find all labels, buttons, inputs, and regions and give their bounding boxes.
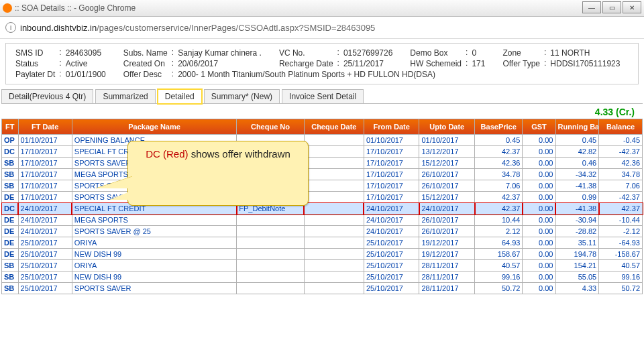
cell-pkg: NEW DISH 99 xyxy=(72,249,236,260)
cell-pkg: SPORTS SAVER xyxy=(72,283,236,294)
col-ft-date[interactable]: FT Date xyxy=(18,119,72,135)
tab-detailed[interactable]: Detailed xyxy=(158,89,202,104)
col-balance[interactable]: Balance xyxy=(599,119,643,135)
cell-base: 2.12 xyxy=(475,226,523,237)
cell-run: -30.94 xyxy=(555,215,599,226)
col-upto-date[interactable]: Upto Date xyxy=(419,119,475,135)
cell-base: 42.37 xyxy=(475,192,523,203)
cell-base: 34.78 xyxy=(475,169,523,180)
cell-base: 0.45 xyxy=(475,135,523,146)
col-package-name[interactable]: Package Name xyxy=(72,119,236,135)
tab-summary-new[interactable]: Summary* (New) xyxy=(204,89,280,104)
offer-desc-value: 2000- 1 Month Titanium/South Platinum Sp… xyxy=(175,69,623,80)
tab-summarized[interactable]: Summarized xyxy=(95,89,155,104)
info-icon[interactable]: i xyxy=(5,22,16,33)
demo-box-label: Demo Box xyxy=(407,48,464,58)
cell-pkg: MEGA SPORTS xyxy=(72,215,236,226)
sms-id-label: SMS ID xyxy=(13,48,58,58)
cell-gst: 0.00 xyxy=(523,180,555,192)
table-row[interactable]: SB25/10/2017ORIYA25/10/201728/11/201740.… xyxy=(2,260,643,272)
minimize-button[interactable]: — xyxy=(582,1,601,13)
table-row[interactable]: DE17/10/2017SPORTS SAVER @ 2517/10/20171… xyxy=(2,192,643,203)
close-button[interactable]: ✕ xyxy=(623,1,641,13)
offer-type-label: Offer Type xyxy=(500,58,543,69)
cell-bal: -42.37 xyxy=(599,192,643,203)
table-row[interactable]: DE25/10/2017ORIYA25/10/201719/12/201764.… xyxy=(2,237,643,249)
cell-bal: 42.36 xyxy=(599,158,643,169)
cell-upto: 19/12/2017 xyxy=(419,237,475,249)
cell-ft: OP xyxy=(2,135,19,146)
table-row[interactable]: SB17/10/2017SPORTS SAVER17/10/201715/12/… xyxy=(2,158,643,169)
cell-cdate xyxy=(304,283,364,294)
cell-run: 194.78 xyxy=(555,249,599,260)
cell-bal: 50.72 xyxy=(599,283,643,294)
table-row[interactable]: DC17/10/2017SPECIAL FT CREDIT17/10/20171… xyxy=(2,146,643,158)
cell-date: 24/10/2017 xyxy=(18,215,72,226)
cell-gst: 0.00 xyxy=(523,272,555,283)
col-ft[interactable]: FT xyxy=(2,119,19,135)
cell-bal: -0.45 xyxy=(599,135,643,146)
table-row[interactable]: OP01/10/2017OPENING BALANCE01/10/201701/… xyxy=(2,135,643,146)
sms-id-value: 28463095 xyxy=(63,48,109,58)
cell-upto: 24/10/2017 xyxy=(419,203,475,215)
col-cheque-date[interactable]: Cheque Date xyxy=(304,119,364,135)
cell-from: 17/10/2017 xyxy=(364,146,419,158)
cell-cno xyxy=(237,260,304,272)
created-on-label: Created On xyxy=(121,58,170,69)
address-bar[interactable]: i inbound.dishtvbiz.in/pages/customerser… xyxy=(0,17,644,39)
cell-pkg: ORIYA xyxy=(72,260,236,272)
tab-invoice-sent[interactable]: Invoice Sent Detail xyxy=(282,89,364,104)
col-running-balance[interactable]: Running Balance xyxy=(555,119,599,135)
table-row[interactable]: DE25/10/2017NEW DISH 9925/10/201719/12/2… xyxy=(2,249,643,260)
cell-cdate xyxy=(304,272,364,283)
cell-from: 24/10/2017 xyxy=(364,226,419,237)
table-row[interactable]: DE24/10/2017MEGA SPORTS24/10/201726/10/2… xyxy=(2,215,643,226)
subs-name-label: Subs. Name xyxy=(121,48,170,58)
paylater-dt-value: 01/01/1900 xyxy=(63,69,109,80)
table-row[interactable]: SB25/10/2017SPORTS SAVER25/10/201728/11/… xyxy=(2,283,643,294)
cell-bal: 99.16 xyxy=(599,272,643,283)
tab-detail-prev[interactable]: Detail(Previous 4 Qtr) xyxy=(1,89,93,104)
maximize-button[interactable]: ▭ xyxy=(602,1,621,13)
demo-box-value: 0 xyxy=(469,48,488,58)
paylater-dt-label: Paylater Dt xyxy=(13,69,58,80)
cell-gst: 0.00 xyxy=(523,192,555,203)
tabstrip: Detail(Previous 4 Qtr) Summarized Detail… xyxy=(1,88,643,103)
cell-ft: DE xyxy=(2,192,19,203)
cell-date: 25/10/2017 xyxy=(18,249,72,260)
col-from-date[interactable]: From Date xyxy=(364,119,419,135)
cell-ft: DE xyxy=(2,237,19,249)
col-baseprice[interactable]: BasePrice xyxy=(475,119,523,135)
cell-cdate xyxy=(304,158,364,169)
cell-run: 4.33 xyxy=(555,283,599,294)
cell-base: 40.57 xyxy=(475,260,523,272)
soa-table: FT FT Date Package Name Cheque No Cheque… xyxy=(1,119,643,294)
cell-run: 55.05 xyxy=(555,272,599,283)
cell-date: 17/10/2017 xyxy=(18,180,72,192)
cell-upto: 15/12/2017 xyxy=(419,158,475,169)
cell-base: 50.72 xyxy=(475,283,523,294)
cell-base: 42.37 xyxy=(475,146,523,158)
cell-run: 0.46 xyxy=(555,158,599,169)
col-cheque-no[interactable]: Cheque No xyxy=(237,119,304,135)
cell-date: 24/10/2017 xyxy=(18,226,72,237)
col-gst[interactable]: GST xyxy=(523,119,555,135)
cell-bal: 42.37 xyxy=(599,203,643,215)
table-row[interactable]: SB25/10/2017NEW DISH 9925/10/201728/11/2… xyxy=(2,272,643,283)
cell-date: 25/10/2017 xyxy=(18,272,72,283)
cell-gst: 0.00 xyxy=(523,203,555,215)
cell-upto: 28/11/2017 xyxy=(419,272,475,283)
cell-cno xyxy=(237,215,304,226)
cell-pkg: SPORTS SAVER @ 25 xyxy=(72,226,236,237)
annotation-callout: DC (Red) shows offer withdrawn xyxy=(127,141,309,206)
cell-cdate xyxy=(304,169,364,180)
cell-base: 64.93 xyxy=(475,237,523,249)
status-value: Active xyxy=(63,58,109,69)
cell-date: 17/10/2017 xyxy=(18,158,72,169)
table-row[interactable]: DE24/10/2017SPORTS SAVER @ 2524/10/20172… xyxy=(2,226,643,237)
cell-cdate xyxy=(304,146,364,158)
cell-upto: 26/10/2017 xyxy=(419,226,475,237)
status-label: Status xyxy=(13,58,58,69)
cell-from: 24/10/2017 xyxy=(364,203,419,215)
table-row[interactable]: DC24/10/2017SPECIAL FT CREDITFP_DebitNot… xyxy=(2,203,643,215)
